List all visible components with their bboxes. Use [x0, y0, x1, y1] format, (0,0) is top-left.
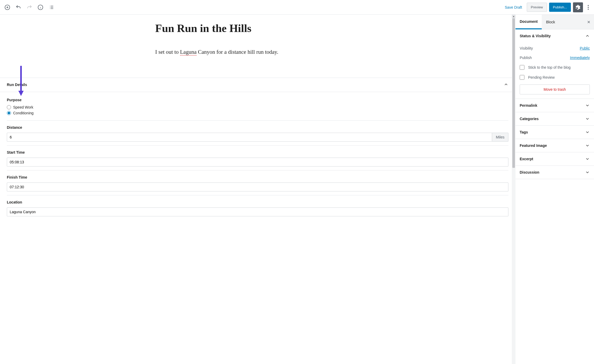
distance-unit: Miles	[492, 133, 508, 142]
panel-discussion: Discussion	[515, 166, 594, 179]
block-navigation-button[interactable]	[47, 3, 56, 12]
start-time-input[interactable]	[7, 158, 508, 167]
undo-icon	[15, 4, 21, 10]
pending-checkbox[interactable]	[520, 75, 524, 80]
undo-button[interactable]	[14, 3, 23, 12]
editor-toolbar: Save Draft Preview Publish...	[0, 0, 594, 15]
chevron-up-icon	[504, 82, 508, 88]
field-location: Location	[7, 195, 508, 220]
chevron-down-icon	[585, 103, 590, 108]
field-purpose: Purpose Speed Work Conditioning	[7, 93, 508, 121]
chevron-down-icon	[585, 130, 590, 135]
editor-canvas[interactable]: Fun Run in the Hills I set out to Laguna…	[0, 15, 515, 364]
panel-categories: Categories	[515, 112, 594, 126]
distance-input[interactable]	[7, 133, 492, 142]
panel-toggle[interactable]: Categories	[515, 112, 594, 125]
panel-toggle[interactable]: Discussion	[515, 166, 594, 179]
chevron-down-icon	[585, 143, 590, 148]
chevron-down-icon	[585, 157, 590, 161]
metabox-title: Run Details	[7, 83, 27, 87]
post-paragraph[interactable]: I set out to Laguna Canyon for a distanc…	[155, 48, 360, 57]
info-icon	[38, 4, 43, 10]
chevron-down-icon	[585, 116, 590, 121]
panel-toggle[interactable]: Tags	[515, 126, 594, 139]
pending-label: Pending Review	[528, 75, 555, 79]
annotation-arrow-icon	[18, 66, 24, 96]
panel-toggle[interactable]: Featured Image	[515, 139, 594, 152]
tab-block[interactable]: Block	[542, 15, 559, 29]
add-block-button[interactable]	[3, 3, 12, 12]
field-distance: Distance Miles	[7, 121, 508, 146]
close-icon	[587, 20, 591, 24]
panel-featured-image: Featured Image	[515, 139, 594, 152]
field-label: Location	[7, 200, 508, 204]
panel-tags: Tags	[515, 126, 594, 139]
plus-circle-icon	[4, 4, 10, 10]
move-to-trash-button[interactable]: Move to trash	[520, 84, 590, 94]
save-draft-button[interactable]: Save Draft	[502, 4, 525, 11]
field-label: Start Time	[7, 150, 508, 154]
post-title[interactable]: Fun Run in the Hills	[155, 22, 360, 35]
editor-scrollbar[interactable]: ▲	[512, 15, 515, 364]
field-start-time: Start Time	[7, 146, 508, 170]
svg-point-12	[588, 5, 589, 6]
close-sidebar-button[interactable]	[583, 15, 594, 29]
visibility-label: Visibility	[520, 46, 533, 50]
radio-label: Conditioning	[13, 111, 34, 115]
location-input[interactable]	[7, 207, 508, 216]
panel-toggle[interactable]: Status & Visibility	[515, 29, 594, 42]
stick-checkbox[interactable]	[520, 65, 524, 70]
content-info-button[interactable]	[36, 3, 45, 12]
publish-label: Publish	[520, 56, 532, 60]
finish-time-input[interactable]	[7, 183, 508, 191]
redo-icon	[27, 4, 32, 10]
field-label: Finish Time	[7, 175, 508, 179]
radio-label: Speed Work	[13, 105, 33, 109]
svg-point-13	[588, 7, 589, 8]
svg-marker-16	[18, 91, 24, 96]
visibility-value-link[interactable]: Public	[580, 46, 590, 50]
stick-label: Stick to the top of the blog	[528, 65, 571, 69]
panel-permalink: Permalink	[515, 99, 594, 112]
outline-icon	[49, 5, 54, 10]
field-label: Distance	[7, 125, 508, 130]
metabox-header[interactable]: Run Details	[0, 78, 515, 92]
gear-icon	[575, 4, 581, 10]
svg-point-14	[588, 9, 589, 10]
radio-speed-work[interactable]	[7, 105, 11, 109]
field-finish-time: Finish Time	[7, 170, 508, 195]
more-menu-button[interactable]	[585, 2, 591, 12]
redo-button[interactable]	[25, 3, 34, 12]
publish-value-link[interactable]: Immediately	[570, 56, 590, 60]
settings-toggle-button[interactable]	[573, 2, 583, 12]
spellcheck-word: Laguna	[180, 49, 197, 56]
settings-sidebar: ▲ Document Block Status & Visibility Vis…	[515, 15, 594, 364]
panel-toggle[interactable]: Excerpt	[515, 152, 594, 165]
panel-status-visibility: Status & Visibility Visibility Public Pu…	[515, 29, 594, 99]
publish-button[interactable]: Publish...	[549, 3, 571, 12]
panel-excerpt: Excerpt	[515, 152, 594, 166]
preview-button[interactable]: Preview	[527, 3, 547, 12]
field-label: Purpose	[7, 98, 508, 102]
tab-document[interactable]: Document	[515, 15, 542, 29]
chevron-up-icon	[585, 34, 590, 38]
panel-toggle[interactable]: Permalink	[515, 99, 594, 112]
chevron-down-icon	[585, 170, 590, 175]
kebab-icon	[588, 5, 589, 10]
radio-conditioning[interactable]	[7, 111, 11, 115]
